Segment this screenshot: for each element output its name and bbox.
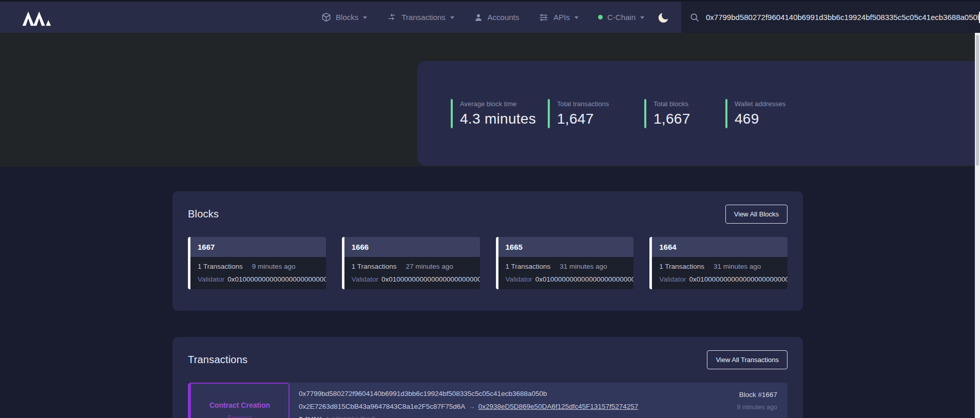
search-icon bbox=[689, 12, 700, 23]
transaction-block-link[interactable]: Block #1667 bbox=[737, 391, 777, 399]
stat-accent-bar bbox=[725, 99, 727, 128]
scrollbar-thumb[interactable] bbox=[976, 35, 979, 166]
dark-mode-toggle[interactable] bbox=[658, 11, 670, 24]
transaction-meta: Block #1667 9 minutes ago bbox=[737, 391, 777, 411]
validator-address: 0x010000000000000000000000... bbox=[689, 275, 787, 283]
chain-status-dot bbox=[598, 15, 603, 19]
transaction-fee: 1.1718604 TX Fee bbox=[326, 415, 383, 418]
blocks-panel-header: Blocks View All Blocks bbox=[188, 205, 787, 224]
transfer-arrows-icon bbox=[387, 13, 397, 22]
main-content: Blocks View All Blocks 1667 1 Transactio… bbox=[172, 191, 803, 418]
validator-address: 0x010000000000000000000000... bbox=[535, 275, 633, 283]
chevron-down-icon bbox=[574, 16, 579, 19]
block-card-1664[interactable]: 1664 1 Transactions 31 minutes ago Valid… bbox=[649, 237, 787, 289]
stat-total-blocks: Total blocks 1,667 bbox=[644, 99, 725, 128]
nav-item-accounts[interactable]: Accounts bbox=[474, 13, 520, 22]
transaction-hash-link[interactable]: 0x7799bd580272f9604140b6991d3bb6c19924bf… bbox=[299, 390, 547, 397]
nav-label-accounts: Accounts bbox=[488, 13, 520, 22]
page-scrollbar[interactable] bbox=[975, 33, 980, 418]
block-card-1666[interactable]: 1666 1 Transactions 27 minutes ago Valid… bbox=[342, 237, 480, 289]
sliders-icon bbox=[539, 13, 549, 22]
nav-menu: Blocks Transactions Accounts A bbox=[321, 12, 644, 22]
block-time-ago: 31 minutes ago bbox=[714, 263, 761, 270]
block-time-ago: 27 minutes ago bbox=[406, 263, 453, 270]
stat-label: Average block time bbox=[460, 100, 536, 108]
block-tx-count: 1 Transactions bbox=[352, 263, 397, 270]
stat-label: Total blocks bbox=[654, 100, 690, 108]
nav-label-apis: APIs bbox=[553, 13, 570, 22]
transaction-type: Contract Creation bbox=[209, 401, 270, 409]
validator-label: Validator bbox=[352, 275, 378, 283]
stat-average-block-time: Average block time 4.3 minutes bbox=[451, 99, 548, 128]
stat-accent-bar bbox=[644, 99, 646, 128]
block-card-1665[interactable]: 1665 1 Transactions 31 minutes ago Valid… bbox=[496, 237, 634, 289]
block-card-body: 1 Transactions 31 minutes ago Validator0… bbox=[498, 257, 634, 289]
person-icon bbox=[474, 13, 483, 22]
chevron-down-icon bbox=[363, 16, 367, 19]
view-all-blocks-button[interactable]: View All Blocks bbox=[725, 205, 787, 224]
block-tx-count: 1 Transactions bbox=[506, 263, 551, 270]
view-all-transactions-button[interactable]: View All Transactions bbox=[707, 350, 787, 369]
search-bar[interactable] bbox=[681, 2, 980, 33]
block-number[interactable]: 1664 bbox=[652, 237, 787, 257]
stat-label: Wallet addresses bbox=[735, 100, 785, 108]
stat-total-transactions: Total transactions 1,647 bbox=[548, 99, 644, 128]
validator-label: Validator bbox=[659, 275, 686, 283]
block-card-body: 1 Transactions 9 minutes ago Validator0x… bbox=[190, 257, 326, 289]
transaction-time-ago: 9 minutes ago bbox=[737, 404, 777, 411]
stat-label: Total transactions bbox=[557, 100, 609, 108]
hero-section: Average block time 4.3 minutes Total tra… bbox=[0, 33, 980, 167]
cube-icon bbox=[321, 12, 331, 22]
transactions-title: Transactions bbox=[188, 354, 247, 366]
from-address: 0x2E7263d815CbB43a9647843C8a1e2F5c87F75d… bbox=[299, 403, 465, 410]
validator-label: Validator bbox=[198, 275, 224, 283]
stat-value: 1,647 bbox=[557, 111, 609, 127]
chevron-down-icon bbox=[450, 16, 454, 19]
nav-item-c-chain[interactable]: C-Chain bbox=[598, 13, 644, 22]
blocks-title: Blocks bbox=[188, 208, 219, 220]
transaction-details: 0x7799bd580272f9604140b6991d3bb6c19924bf… bbox=[299, 383, 787, 418]
validator-address: 0x010000000000000000000000... bbox=[381, 275, 479, 283]
blocks-panel: Blocks View All Blocks 1667 1 Transactio… bbox=[172, 191, 803, 311]
block-number[interactable]: 1665 bbox=[498, 237, 634, 257]
block-tx-count: 1 Transactions bbox=[659, 263, 704, 270]
validator-label: Validator bbox=[506, 275, 532, 283]
transaction-row[interactable]: Contract Creation Success 0x7799bd580272… bbox=[188, 383, 787, 418]
block-cards-row: 1667 1 Transactions 9 minutes ago Valida… bbox=[188, 237, 787, 289]
block-number[interactable]: 1666 bbox=[344, 237, 480, 257]
nav-item-blocks[interactable]: Blocks bbox=[321, 12, 367, 22]
transactions-panel: Transactions View All Transactions Contr… bbox=[172, 337, 803, 418]
network-stats-panel: Average block time 4.3 minutes Total tra… bbox=[417, 61, 980, 166]
stat-value: 1,667 bbox=[654, 111, 690, 127]
avalanche-logo[interactable] bbox=[22, 8, 53, 27]
block-card-body: 1 Transactions 27 minutes ago Validator0… bbox=[344, 257, 480, 289]
stat-wallet-addresses: Wallet addresses 469 bbox=[725, 99, 785, 128]
stat-accent-bar bbox=[451, 99, 453, 128]
top-navbar: Blocks Transactions Accounts A bbox=[0, 0, 980, 33]
block-time-ago: 9 minutes ago bbox=[252, 263, 296, 270]
nav-label-transactions: Transactions bbox=[401, 13, 445, 22]
block-tx-count: 1 Transactions bbox=[198, 263, 243, 270]
block-time-ago: 31 minutes ago bbox=[560, 263, 607, 270]
search-input[interactable] bbox=[706, 13, 979, 22]
arrow-right-icon: → bbox=[468, 403, 475, 410]
to-address-link[interactable]: 0x2938eD5D869e50DA6f125dfc45F13157f52742… bbox=[478, 403, 639, 410]
stat-value: 469 bbox=[735, 111, 785, 127]
nav-label-c-chain: C-Chain bbox=[607, 13, 636, 22]
nav-label-blocks: Blocks bbox=[336, 13, 358, 22]
avalanche-logo-icon bbox=[22, 8, 53, 27]
chevron-down-icon bbox=[640, 16, 644, 19]
validator-address: 0x010000000000000000000000... bbox=[227, 275, 325, 283]
block-card-body: 1 Transactions 31 minutes ago Validator0… bbox=[652, 257, 787, 289]
block-number[interactable]: 1667 bbox=[190, 237, 326, 257]
transaction-status-card: Contract Creation Success bbox=[188, 383, 290, 418]
transactions-panel-header: Transactions View All Transactions bbox=[188, 350, 787, 369]
transaction-status-badge: Success bbox=[227, 414, 252, 418]
nav-item-transactions[interactable]: Transactions bbox=[387, 13, 454, 22]
stat-value: 4.3 minutes bbox=[460, 111, 536, 127]
stat-accent-bar bbox=[548, 99, 550, 128]
block-card-1667[interactable]: 1667 1 Transactions 9 minutes ago Valida… bbox=[188, 237, 326, 289]
nav-item-apis[interactable]: APIs bbox=[539, 13, 579, 22]
transaction-amount: 0 AVAX bbox=[299, 415, 322, 418]
moon-icon bbox=[658, 11, 670, 24]
